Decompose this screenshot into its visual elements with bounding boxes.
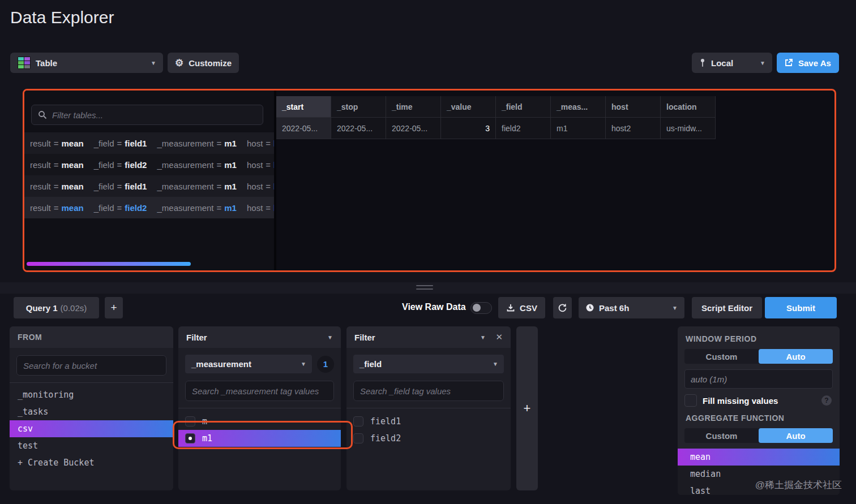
- pair-value: mean: [61, 139, 83, 148]
- column-header[interactable]: _meas...: [551, 96, 606, 118]
- view-type-dropdown[interactable]: Table ▼: [10, 53, 163, 73]
- measurement-value-selected[interactable]: m1: [178, 430, 341, 447]
- fill-missing-checkbox[interactable]: [684, 394, 697, 407]
- equals: =: [54, 182, 59, 191]
- export-icon: [784, 58, 793, 67]
- save-as-label: Save As: [798, 58, 831, 68]
- value-label: m: [202, 416, 207, 427]
- pair-key: host: [247, 182, 263, 191]
- checkbox[interactable]: [353, 433, 363, 443]
- aggregate-toggle[interactable]: Custom Auto: [684, 428, 833, 443]
- horizontal-scrollbar[interactable]: [27, 262, 191, 266]
- time-range-dropdown[interactable]: Past 6h ▼: [579, 297, 684, 318]
- column-header[interactable]: host: [606, 96, 661, 118]
- page-title: Data Explorer: [10, 8, 114, 27]
- chevron-down-icon[interactable]: ▼: [327, 334, 333, 341]
- table-result-row[interactable]: result=mean _field=field1 _measurement=m…: [24, 132, 274, 154]
- chevron-down-icon: ▼: [301, 361, 306, 367]
- field-value-list: field1 field2: [346, 408, 511, 447]
- field-value[interactable]: field2: [346, 430, 511, 447]
- pin-icon: [699, 58, 706, 67]
- help-icon[interactable]: ?: [821, 395, 832, 406]
- column-header[interactable]: _stop: [331, 96, 386, 118]
- add-query-button[interactable]: +: [105, 297, 123, 318]
- custom-option[interactable]: Custom: [684, 349, 759, 364]
- query-tab[interactable]: Query 1 (0.02s): [14, 297, 99, 318]
- time-range-label: Past 6h: [599, 303, 629, 313]
- column-header[interactable]: _value: [441, 96, 496, 118]
- customize-button[interactable]: ⚙ Customize: [168, 53, 239, 73]
- submit-label: Submit: [786, 303, 815, 313]
- window-period-toggle[interactable]: Custom Auto: [684, 349, 833, 364]
- tag-key-dropdown[interactable]: _measurement ▼: [185, 355, 312, 373]
- table-result-list: result=mean _field=field1 _measurement=m…: [24, 132, 274, 218]
- table-cell: 2022-05...: [331, 118, 386, 139]
- submit-button[interactable]: Submit: [765, 297, 837, 318]
- column-header[interactable]: _start: [276, 96, 331, 118]
- clock-icon: [585, 303, 594, 312]
- view-raw-data-label: View Raw Data: [402, 302, 466, 312]
- column-header[interactable]: _time: [386, 96, 441, 118]
- custom-option[interactable]: Custom: [684, 428, 759, 443]
- chevron-down-icon: ▼: [760, 60, 765, 66]
- table-result-row[interactable]: result=mean _field=field2 _measurement=m…: [24, 154, 274, 175]
- refresh-button[interactable]: [553, 297, 572, 318]
- bucket-item[interactable]: test: [10, 437, 173, 454]
- equals: =: [217, 139, 222, 148]
- bucket-search[interactable]: [16, 355, 166, 376]
- field-search-input[interactable]: [360, 386, 497, 396]
- aggregate-fn-selected[interactable]: mean: [678, 449, 840, 466]
- column-header[interactable]: _field: [496, 96, 551, 118]
- csv-download-button[interactable]: CSV: [498, 297, 545, 318]
- bucket-search-input[interactable]: [23, 361, 160, 371]
- script-editor-button[interactable]: Script Editor: [692, 297, 762, 318]
- table-result-row[interactable]: result=mean _field=field1 _measurement=m…: [24, 175, 274, 197]
- download-icon: [506, 303, 515, 312]
- bucket-item-selected[interactable]: csv: [10, 420, 173, 437]
- resize-handle[interactable]: [416, 285, 433, 292]
- filter-panel-header: Filter ▼ ✕: [346, 326, 511, 348]
- results-panel: result=mean _field=field1 _measurement=m…: [23, 89, 836, 272]
- table-result-row-selected[interactable]: result=mean _field=field2 _measurement=m…: [24, 197, 274, 218]
- pair-value: m1: [224, 203, 237, 213]
- equals: =: [266, 182, 271, 191]
- add-filter-button[interactable]: +: [516, 326, 538, 490]
- filter-tables-search[interactable]: [31, 105, 263, 125]
- create-bucket-button[interactable]: + Create Bucket: [10, 454, 173, 471]
- table-cell: 2022-05...: [386, 118, 441, 139]
- table-cell: field2: [496, 118, 551, 139]
- aggregate-function-title: AGGREGATE FUNCTION: [686, 413, 832, 423]
- measurement-value[interactable]: m: [178, 413, 341, 430]
- column-header[interactable]: location: [661, 96, 716, 118]
- field-search[interactable]: [353, 381, 504, 401]
- local-label: Local: [711, 58, 733, 68]
- window-period-value: auto (1m): [684, 369, 833, 389]
- pair-value: field1: [125, 182, 147, 191]
- checkbox[interactable]: [185, 416, 195, 427]
- bucket-item[interactable]: _tasks: [10, 403, 173, 420]
- checkbox-checked[interactable]: [185, 433, 195, 443]
- chevron-down-icon[interactable]: ▼: [480, 334, 486, 341]
- filter-tables-input[interactable]: [52, 110, 256, 120]
- field-value[interactable]: field1: [346, 413, 511, 430]
- view-raw-data-toggle[interactable]: [470, 302, 492, 314]
- save-as-button[interactable]: Save As: [777, 53, 839, 73]
- tables-sidebar: result=mean _field=field1 _measurement=m…: [24, 91, 274, 270]
- measurement-search-input[interactable]: [192, 386, 327, 396]
- script-editor-label: Script Editor: [701, 303, 752, 313]
- equals: =: [54, 139, 59, 148]
- checkbox[interactable]: [353, 416, 363, 427]
- search-icon: [38, 110, 47, 119]
- auto-option-selected[interactable]: Auto: [759, 349, 833, 364]
- pair-key: result: [30, 139, 51, 148]
- measurement-search[interactable]: [185, 381, 334, 401]
- table-cell: host2: [606, 118, 661, 139]
- tag-key-dropdown[interactable]: _field ▼: [353, 355, 504, 373]
- auto-option-selected[interactable]: Auto: [759, 428, 833, 443]
- bucket-item[interactable]: _monitoring: [10, 386, 173, 403]
- local-dropdown[interactable]: Local ▼: [692, 53, 772, 73]
- close-icon[interactable]: ✕: [495, 332, 503, 342]
- tag-key-label: _measurement: [191, 359, 251, 369]
- pair-value: field1: [125, 139, 147, 148]
- pair-key: result: [30, 160, 51, 170]
